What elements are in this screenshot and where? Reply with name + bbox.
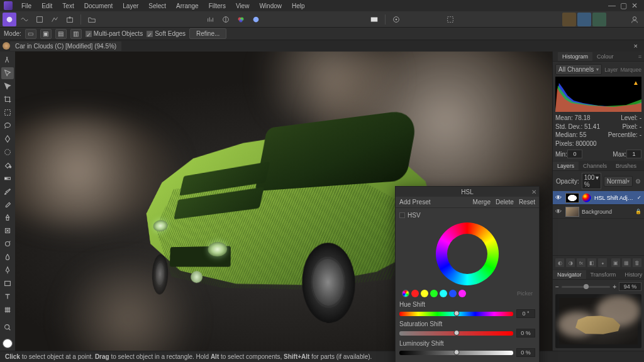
swatch-master[interactable] bbox=[402, 290, 409, 297]
open-icon[interactable] bbox=[85, 13, 99, 26]
menu-text[interactable]: Text bbox=[57, 1, 79, 11]
tab-history[interactable]: History bbox=[620, 270, 644, 279]
picker-button[interactable]: Picker bbox=[517, 290, 533, 297]
visibility-icon[interactable]: 👁 bbox=[555, 208, 563, 216]
fill-tool-icon[interactable] bbox=[1, 159, 14, 171]
blur-tool-icon[interactable] bbox=[1, 251, 14, 263]
reset-button[interactable]: Reset bbox=[519, 199, 535, 206]
menu-edit[interactable]: Edit bbox=[36, 1, 57, 11]
lum-slider[interactable] bbox=[399, 351, 513, 355]
text-tool-icon[interactable] bbox=[1, 290, 14, 302]
shape-tool-icon[interactable] bbox=[1, 277, 14, 289]
zoom-slider[interactable] bbox=[562, 286, 610, 288]
document-tab[interactable]: Car in Clouds (C) [Modified] (94.5%) bbox=[10, 41, 121, 51]
inpaint-tool-icon[interactable] bbox=[1, 225, 14, 237]
autolevels-icon[interactable] bbox=[204, 13, 218, 26]
zoom-in-icon[interactable]: + bbox=[613, 283, 616, 290]
menu-select[interactable]: Select bbox=[143, 1, 171, 11]
minimize-icon[interactable]: — bbox=[609, 3, 615, 9]
node-tool-icon[interactable] bbox=[1, 80, 14, 92]
autocontrast-icon[interactable] bbox=[219, 13, 233, 26]
delete-layer-icon[interactable]: 🗑 bbox=[633, 258, 641, 267]
sat-slider[interactable] bbox=[399, 331, 513, 336]
swatch-blue[interactable] bbox=[449, 290, 457, 297]
hue-value[interactable]: 0 ° bbox=[516, 309, 535, 318]
persona-export-icon[interactable] bbox=[63, 13, 77, 26]
blend-ranges-icon[interactable]: ◧ bbox=[587, 258, 596, 267]
pen-tool-icon[interactable] bbox=[1, 265, 14, 277]
layer-mask-thumb[interactable] bbox=[565, 193, 579, 203]
navigator-preview[interactable] bbox=[555, 294, 641, 348]
hsv-checkbox[interactable]: HSV bbox=[399, 212, 421, 219]
histogram-marquee-toggle[interactable]: Marquee bbox=[620, 67, 641, 73]
mesh-tool-icon[interactable] bbox=[1, 304, 14, 315]
tab-stock[interactable]: Stock bbox=[641, 162, 644, 170]
maximize-icon[interactable]: ▢ bbox=[620, 3, 626, 9]
brush-select-tool-icon[interactable] bbox=[1, 146, 14, 158]
tab-histogram[interactable]: Histogram bbox=[558, 52, 592, 61]
mode-add-icon[interactable]: ▣ bbox=[40, 29, 52, 39]
crop-tool-icon[interactable] bbox=[1, 94, 14, 106]
view-tool-icon[interactable] bbox=[1, 54, 14, 66]
menu-document[interactable]: Document bbox=[79, 1, 118, 11]
swatch-green[interactable] bbox=[430, 290, 438, 297]
group-icon[interactable]: ▣ bbox=[611, 258, 620, 267]
hsl-titlebar[interactable]: HSL ✕ bbox=[396, 187, 539, 197]
paint-brush-tool-icon[interactable] bbox=[1, 185, 14, 197]
zoom-field[interactable]: 94 % bbox=[619, 282, 641, 291]
persona-tonemap-icon[interactable] bbox=[48, 13, 62, 26]
menu-layer[interactable]: Layer bbox=[118, 1, 143, 11]
menu-file[interactable]: File bbox=[16, 1, 36, 11]
min-input[interactable] bbox=[567, 150, 582, 158]
account-icon[interactable] bbox=[628, 13, 641, 26]
color-wheel[interactable] bbox=[436, 222, 499, 285]
histogram-layer-toggle[interactable]: Layer bbox=[604, 67, 618, 73]
move-tool-icon[interactable] bbox=[1, 67, 14, 79]
doc-close-icon[interactable]: × bbox=[630, 42, 641, 50]
refine-button[interactable]: Refine... bbox=[189, 28, 226, 39]
menu-window[interactable]: Window bbox=[254, 1, 287, 11]
mode-new-icon[interactable]: ▭ bbox=[25, 29, 36, 39]
dodge-tool-icon[interactable] bbox=[1, 238, 14, 250]
multipart-checkbox[interactable]: ✓Multi-part Objects bbox=[86, 30, 143, 37]
clone-tool-icon[interactable] bbox=[1, 212, 14, 224]
menu-filters[interactable]: Filters bbox=[204, 1, 231, 11]
layer-thumb[interactable] bbox=[565, 207, 579, 217]
layer-row[interactable]: 👁 Background 🔒 bbox=[553, 205, 644, 219]
studio-link-icon[interactable] bbox=[562, 13, 576, 26]
blend-dropdown[interactable]: Normal bbox=[604, 176, 633, 187]
studio-swap-icon[interactable] bbox=[577, 13, 591, 26]
panel-menu-icon[interactable]: ≡ bbox=[638, 53, 641, 60]
persona-develop-icon[interactable] bbox=[33, 13, 47, 26]
tag-icon[interactable]: ⬥ bbox=[598, 258, 607, 267]
autocolors-icon[interactable] bbox=[234, 13, 248, 26]
close-icon[interactable]: ✕ bbox=[631, 3, 638, 9]
lum-value[interactable]: 0 % bbox=[516, 348, 535, 357]
tab-colour[interactable]: Colour bbox=[592, 52, 618, 61]
tab-layers[interactable]: Layers bbox=[553, 162, 579, 170]
layer-lock-icon[interactable]: ✓ bbox=[637, 195, 641, 200]
tab-channels[interactable]: Channels bbox=[579, 162, 611, 170]
hsl-close-icon[interactable]: ✕ bbox=[531, 189, 536, 195]
merge-button[interactable]: Merge bbox=[473, 199, 491, 206]
mode-subtract-icon[interactable]: ▤ bbox=[55, 29, 67, 39]
swatch-red[interactable] bbox=[411, 290, 419, 297]
stock-icon[interactable] bbox=[367, 13, 381, 26]
erase-tool-icon[interactable] bbox=[1, 199, 14, 211]
opacity-field[interactable]: 100 %▾ bbox=[582, 173, 601, 189]
flood-select-tool-icon[interactable] bbox=[1, 133, 14, 145]
layer-settings-icon[interactable]: ⚙ bbox=[635, 178, 641, 185]
layer-adj-thumb[interactable] bbox=[582, 193, 592, 203]
mask-layer-icon[interactable]: ◐ bbox=[555, 258, 564, 267]
mode-intersect-icon[interactable]: ▥ bbox=[70, 29, 82, 39]
hue-slider[interactable] bbox=[399, 312, 513, 316]
menu-help[interactable]: Help bbox=[287, 1, 310, 11]
sat-value[interactable]: 0 % bbox=[516, 329, 535, 337]
visibility-icon[interactable]: 👁 bbox=[555, 194, 563, 202]
zoom-tool-icon[interactable] bbox=[1, 322, 14, 334]
softedges-checkbox[interactable]: ✓Soft Edges bbox=[147, 30, 186, 37]
menu-view[interactable]: View bbox=[231, 1, 255, 11]
tab-transform[interactable]: Transform bbox=[586, 270, 621, 279]
add-preset-button[interactable]: Add Preset bbox=[399, 199, 430, 206]
adjustment-icon[interactable]: ◑ bbox=[566, 258, 575, 267]
